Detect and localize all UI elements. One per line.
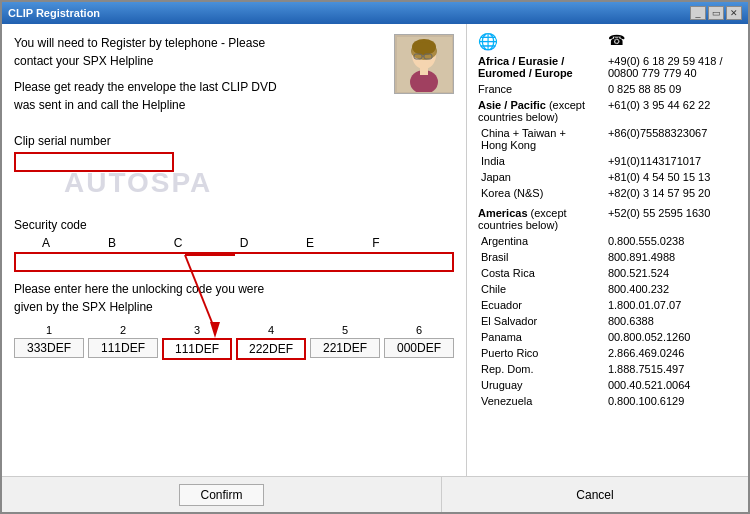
code-num-4: 4 [268,324,274,336]
col-D: D [212,236,276,250]
number-cell: 00.800.052.1260 [605,329,740,345]
window-title: CLIP Registration [8,7,100,19]
number-cell: 0.800.100.6129 [605,393,740,409]
table-row: Africa / Eurasie /Euromed / Europe +49(0… [475,53,740,81]
number-cell: 1.800.01.07.07 [605,297,740,313]
region-cell: Argentina [475,233,605,249]
region-cell: Costa Rica [475,265,605,281]
number-cell: +91(0)1143171017 [605,153,740,169]
table-row: Japan +81(0) 4 54 50 15 13 [475,169,740,185]
close-button[interactable]: ✕ [726,6,742,20]
region-cell: Rep. Dom. [475,361,605,377]
table-row: Asie / Pacific (exceptcountries below) +… [475,97,740,125]
table-row: Venezuela 0.800.100.6129 [475,393,740,409]
code-box-6: 000DEF [384,338,454,358]
code-num-2: 2 [120,324,126,336]
title-bar: CLIP Registration _ ▭ ✕ [2,2,748,24]
number-cell: 1.888.7515.497 [605,361,740,377]
svg-rect-8 [420,67,428,75]
code-group-5: 5 221DEF [310,324,380,360]
number-cell: 800.6388 [605,313,740,329]
code-group-2: 2 111DEF [88,324,158,360]
table-row: Puerto Rico 2.866.469.0246 [475,345,740,361]
security-label: Security code [14,218,454,232]
left-panel: You will need to Register by telephone -… [2,24,467,476]
phone-icon: ☎ [608,32,625,48]
code-box-2: 111DEF [88,338,158,358]
confirm-button[interactable]: Confirm [2,477,442,512]
number-cell: +52(0) 55 2595 1630 [605,205,740,233]
code-num-5: 5 [342,324,348,336]
table-row: China + Taiwan +Hong Kong +86(0)75588323… [475,125,740,153]
globe-icon: 🌐 [478,33,498,50]
code-num-1: 1 [46,324,52,336]
region-cell: France [475,81,605,97]
restore-button[interactable]: ▭ [708,6,724,20]
region-cell: China + Taiwan +Hong Kong [475,125,605,153]
code-row: 1 333DEF 2 111DEF 3 111DEF 4 222DEF 5 [14,324,454,360]
number-cell: 2.866.469.0246 [605,345,740,361]
col-B: B [80,236,144,250]
table-row: Uruguay 000.40.521.0064 [475,377,740,393]
table-row: India +91(0)1143171017 [475,153,740,169]
number-cell: 0 825 88 85 09 [605,81,740,97]
col-E: E [278,236,342,250]
region-cell: Africa / Eurasie /Euromed / Europe [475,53,605,81]
table-row: Chile 800.400.232 [475,281,740,297]
serial-input[interactable] [14,152,174,172]
number-cell: +81(0) 4 54 50 15 13 [605,169,740,185]
table-row: Argentina 0.800.555.0238 [475,233,740,249]
security-section: Security code A B C D E F [14,208,454,272]
col-C: C [146,236,210,250]
phone-table: 🌐 ☎ Africa / Eurasie /Euromed / Europe +… [475,30,740,409]
confirm-button-label: Confirm [179,484,263,506]
region-cell: Panama [475,329,605,345]
intro-line1: You will need to Register by telephone -… [14,34,384,52]
region-cell: El Salvador [475,313,605,329]
table-row: Costa Rica 800.521.524 [475,265,740,281]
unlock-hint: Please enter here the unlocking code you… [14,280,454,316]
intro-text: You will need to Register by telephone -… [14,34,384,114]
security-input[interactable] [14,252,454,272]
table-row: France 0 825 88 85 09 [475,81,740,97]
right-panel: 🌐 ☎ Africa / Eurasie /Euromed / Europe +… [467,24,748,476]
serial-label: Clip serial number [14,134,454,148]
window-controls: _ ▭ ✕ [690,6,742,20]
code-num-6: 6 [416,324,422,336]
intro-section: You will need to Register by telephone -… [14,34,454,114]
table-row: Brasil 800.891.4988 [475,249,740,265]
watermark-section: AUTOSPA [14,172,454,202]
watermark-text: AUTOSPA [64,167,212,199]
region-cell: Venezuela [475,393,605,409]
col-A: A [14,236,78,250]
code-group-1: 1 333DEF [14,324,84,360]
intro-line4: Please get ready the envelope the last C… [14,78,384,96]
table-row: El Salvador 800.6388 [475,313,740,329]
region-cell: Korea (N&S) [475,185,605,201]
cancel-button[interactable]: Cancel [442,477,748,512]
number-cell: 800.891.4988 [605,249,740,265]
number-cell: 800.400.232 [605,281,740,297]
bottom-buttons: Confirm Cancel [2,476,748,512]
code-box-3: 111DEF [162,338,232,360]
code-group-4: 4 222DEF [236,324,306,360]
number-cell: 000.40.521.0064 [605,377,740,393]
number-cell: 0.800.555.0238 [605,233,740,249]
region-cell: Asie / Pacific (exceptcountries below) [475,97,605,125]
code-num-3: 3 [194,324,200,336]
table-row: Korea (N&S) +82(0) 3 14 57 95 20 [475,185,740,201]
code-box-4: 222DEF [236,338,306,360]
code-group-3: 3 111DEF [162,324,232,360]
number-cell: +49(0) 6 18 29 59 418 /00800 779 779 40 [605,53,740,81]
number-cell: 800.521.524 [605,265,740,281]
region-cell: Japan [475,169,605,185]
minimize-button[interactable]: _ [690,6,706,20]
region-cell: Puerto Rico [475,345,605,361]
column-headers: A B C D E F [14,236,454,250]
region-cell: India [475,153,605,169]
table-row: Ecuador 1.800.01.07.07 [475,297,740,313]
table-row: Panama 00.800.052.1260 [475,329,740,345]
code-box-1: 333DEF [14,338,84,358]
table-row: Rep. Dom. 1.888.7515.497 [475,361,740,377]
number-cell: +61(0) 3 95 44 62 22 [605,97,740,125]
